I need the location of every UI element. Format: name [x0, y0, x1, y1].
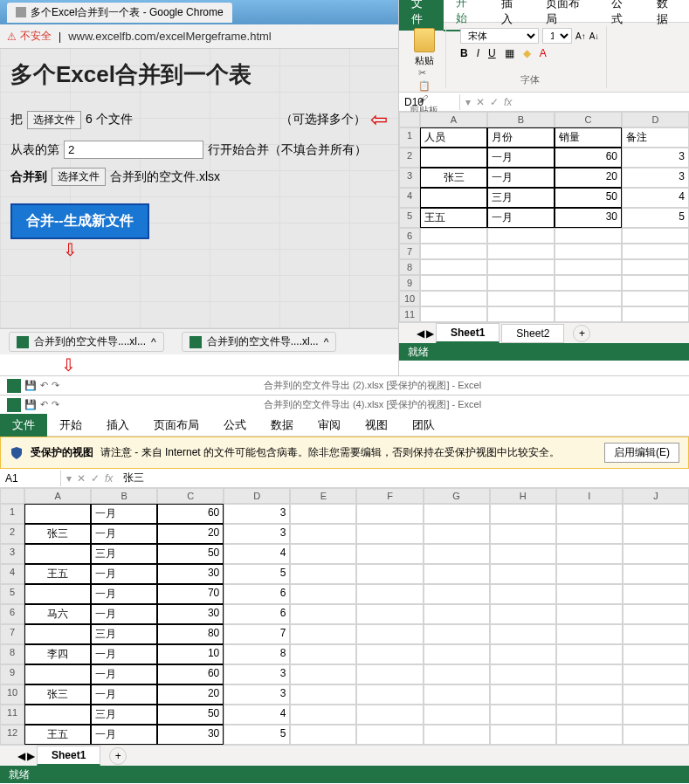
cell[interactable] — [622, 275, 689, 291]
cell[interactable] — [356, 644, 423, 664]
col-header[interactable]: B — [487, 112, 555, 127]
cell[interactable]: 王五 — [24, 564, 91, 584]
cell[interactable] — [623, 684, 689, 705]
row-header[interactable]: 1 — [399, 127, 420, 148]
cell[interactable] — [420, 228, 487, 244]
cell[interactable] — [623, 584, 689, 604]
cell[interactable] — [290, 504, 356, 524]
cell[interactable] — [420, 291, 487, 306]
undo-icon[interactable]: ↶ — [40, 399, 48, 410]
cell[interactable]: 50 — [555, 188, 622, 208]
cell[interactable]: 一月 — [91, 524, 157, 544]
cell[interactable] — [556, 644, 623, 664]
add-sheet-button[interactable]: + — [573, 325, 590, 342]
chevron-up-icon[interactable]: ^ — [324, 336, 329, 348]
cell[interactable] — [424, 664, 490, 684]
cell[interactable] — [356, 564, 423, 584]
cell[interactable] — [490, 584, 556, 604]
cell[interactable] — [24, 624, 91, 644]
cell[interactable] — [623, 664, 689, 684]
row-header[interactable]: 5 — [0, 584, 24, 604]
decrease-font-icon[interactable]: A↓ — [589, 31, 600, 41]
tab-view[interactable]: 视图 — [353, 414, 400, 437]
cell[interactable]: 60 — [555, 148, 622, 168]
cell[interactable]: 3 — [224, 504, 290, 524]
cell[interactable] — [490, 564, 556, 584]
undo-icon[interactable]: ↶ — [40, 380, 48, 391]
cell[interactable] — [555, 306, 622, 322]
cell[interactable]: 6 — [224, 584, 290, 604]
cell[interactable]: 3 — [224, 664, 290, 684]
cell[interactable] — [556, 504, 623, 524]
chrome-tab[interactable]: 多个Excel合并到一个表 - Google Chrome — [7, 3, 232, 23]
cell[interactable] — [487, 228, 555, 244]
font-size-select[interactable]: 11 — [542, 28, 572, 44]
redo-icon[interactable]: ↷ — [52, 399, 59, 410]
cell[interactable] — [290, 544, 356, 564]
italic-button[interactable]: I — [477, 47, 479, 59]
row-header[interactable]: 5 — [399, 208, 420, 228]
row-header[interactable]: 9 — [399, 275, 420, 291]
download-item-2[interactable]: 合并到的空文件导....xl... ^ — [182, 332, 337, 352]
cell[interactable] — [490, 544, 556, 564]
cell[interactable] — [622, 306, 689, 322]
cell[interactable]: 马六 — [24, 604, 91, 624]
cell[interactable] — [290, 524, 356, 544]
row-header[interactable]: 3 — [0, 544, 24, 564]
cell[interactable] — [356, 725, 423, 745]
cell[interactable]: 销量 — [555, 127, 622, 148]
cell[interactable]: 一月 — [487, 168, 555, 188]
cell[interactable]: 6 — [224, 604, 290, 624]
cell[interactable] — [356, 604, 423, 624]
row-header[interactable]: 8 — [0, 644, 24, 664]
dropdown-icon[interactable]: ▾ — [465, 96, 471, 108]
cell[interactable] — [424, 584, 490, 604]
fill-color-button[interactable]: ◆ — [523, 47, 531, 59]
cell[interactable] — [490, 725, 556, 745]
row-header[interactable]: 9 — [0, 664, 24, 684]
cell[interactable] — [623, 544, 689, 564]
spreadsheet-grid-bottom[interactable]: A B C D E F G H I J — [0, 488, 689, 504]
spreadsheet-grid[interactable]: A B C D 1 人员 月份 销量 备注 2 一月 60 3 3 张三 一月 … — [399, 112, 689, 322]
cell[interactable]: 7 — [224, 624, 290, 644]
cell[interactable] — [424, 564, 490, 584]
cell[interactable]: 5 — [224, 564, 290, 584]
cell[interactable]: 一月 — [487, 208, 555, 228]
paste-button[interactable]: 粘贴 — [414, 28, 435, 67]
cell[interactable] — [290, 684, 356, 705]
nav-next-icon[interactable]: ▶ — [27, 750, 35, 762]
formula-bar[interactable] — [517, 100, 689, 104]
cell[interactable] — [487, 259, 555, 275]
url-bar[interactable]: ⚠ 不安全 | www.excelfb.com/excelMergeframe.… — [0, 24, 398, 49]
cell[interactable]: 李四 — [24, 644, 91, 664]
cell[interactable]: 4 — [622, 188, 689, 208]
cell[interactable]: 张三 — [24, 524, 91, 544]
cell[interactable]: 一月 — [91, 504, 157, 524]
cell[interactable] — [556, 604, 623, 624]
cell[interactable] — [424, 684, 490, 705]
cell[interactable]: 张三 — [420, 168, 487, 188]
cell[interactable] — [556, 544, 623, 564]
tab-layout[interactable]: 页面布局 — [141, 414, 211, 437]
cell[interactable] — [556, 684, 623, 705]
cell[interactable] — [622, 291, 689, 306]
cell[interactable]: 三月 — [487, 188, 555, 208]
cell[interactable] — [487, 244, 555, 259]
cell[interactable] — [420, 275, 487, 291]
cell[interactable] — [424, 524, 490, 544]
col-header[interactable]: B — [91, 488, 157, 504]
cell[interactable] — [555, 259, 622, 275]
cell[interactable]: 一月 — [91, 604, 157, 624]
col-header[interactable]: D — [224, 488, 290, 504]
cell[interactable]: 5 — [622, 208, 689, 228]
cell[interactable]: 一月 — [91, 584, 157, 604]
row-header[interactable]: 3 — [399, 168, 420, 188]
cell[interactable]: 4 — [224, 705, 290, 725]
chevron-up-icon[interactable]: ^ — [151, 336, 156, 348]
cell[interactable]: 三月 — [91, 544, 157, 564]
cell[interactable] — [290, 624, 356, 644]
confirm-icon[interactable]: ✓ — [91, 472, 100, 485]
add-sheet-button[interactable]: + — [109, 747, 127, 765]
cell[interactable] — [290, 705, 356, 725]
cell[interactable]: 10 — [157, 644, 224, 664]
